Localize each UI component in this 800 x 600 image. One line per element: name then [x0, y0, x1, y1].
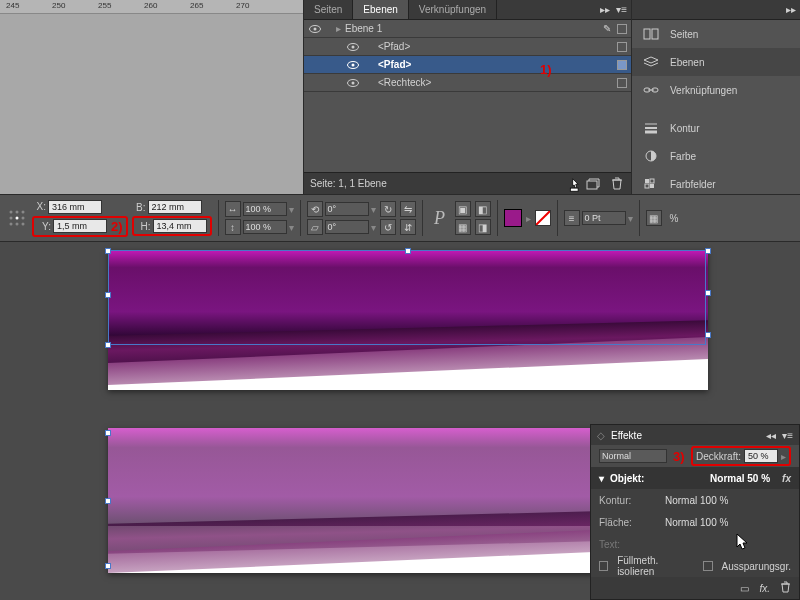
fx-button[interactable]: fx. [759, 583, 770, 594]
stroke-swatch[interactable] [535, 210, 551, 226]
tab-verknuepfungen[interactable]: Verknüpfungen [409, 0, 497, 19]
layer-item[interactable]: <Pfad> [304, 38, 631, 56]
menu-icon[interactable]: ▾≡ [616, 4, 627, 15]
new-sublayer-icon[interactable] [585, 176, 601, 192]
visibility-icon[interactable] [346, 58, 360, 72]
selection-handle[interactable] [705, 332, 711, 338]
layers-statusbar: Seite: 1, 1 Ebene [304, 172, 631, 194]
shear[interactable]: 0° [325, 220, 369, 234]
select-prev-icon[interactable]: ◧ [475, 201, 491, 217]
canvas[interactable]: ◇ Effekte ◂◂ ▾≡ Normal 3) Deckkraft: ▸ ▾… [0, 242, 800, 600]
fx-target-fill[interactable]: Fläche: [599, 517, 659, 528]
y-input[interactable] [53, 219, 107, 233]
selection-handle[interactable] [105, 292, 111, 298]
layer-item[interactable]: <Rechteck> [304, 74, 631, 92]
links-icon [642, 83, 660, 97]
tab-seiten[interactable]: Seiten [304, 0, 353, 19]
svg-point-24 [10, 211, 13, 214]
dock-seiten[interactable]: Seiten [632, 20, 800, 48]
w-input[interactable] [148, 200, 202, 214]
status-text: Seite: 1, 1 Ebene [310, 178, 387, 189]
fx-target-object[interactable]: Objekt: [610, 473, 644, 484]
selection-square[interactable] [617, 78, 627, 88]
x-input[interactable] [48, 200, 102, 214]
fill-menu-icon[interactable]: ▸ [526, 213, 531, 224]
rotate-cw-icon[interactable]: ↻ [380, 201, 396, 217]
document-preview: 245 250 255 260 265 270 [0, 0, 303, 194]
fill-swatch[interactable] [504, 209, 522, 227]
visibility-icon[interactable] [346, 40, 360, 54]
isolate-checkbox[interactable] [599, 561, 608, 571]
dock-kontur[interactable]: Kontur [632, 114, 800, 142]
selection-handle[interactable] [705, 248, 711, 254]
tab-ebenen[interactable]: Ebenen [353, 0, 408, 19]
menu-icon[interactable]: ▾≡ [782, 430, 793, 441]
scale-x[interactable]: 100 % [243, 202, 287, 216]
trash-icon[interactable] [609, 176, 625, 192]
blend-mode[interactable]: Normal [599, 449, 667, 463]
control-bar: X: Y: 2) B: H: ↔100 %▾ ↕100 %▾ ⟲0°▾ ▱0°▾… [0, 194, 800, 242]
stroke-icon [642, 121, 660, 135]
selection-handle[interactable] [405, 248, 411, 254]
svg-point-31 [16, 223, 19, 226]
visibility-icon[interactable] [308, 22, 322, 36]
h-input[interactable] [153, 219, 207, 233]
rotate-ccw-icon[interactable]: ↺ [380, 219, 396, 235]
collapse-icon[interactable]: ▸▸ [786, 4, 796, 15]
selection-square[interactable] [617, 60, 627, 70]
fx-indicator-icon: fx [782, 473, 791, 484]
selection-handle[interactable] [105, 430, 111, 436]
layer-top[interactable]: ▸ Ebene 1 ✎ [304, 20, 631, 38]
selection-square[interactable] [617, 42, 627, 52]
reference-point[interactable] [6, 200, 28, 236]
flip-v-icon[interactable]: ⇵ [400, 219, 416, 235]
layer-item-name: <Pfad> [374, 59, 617, 70]
stroke-weight[interactable]: 0 Pt [582, 211, 626, 225]
svg-point-3 [352, 45, 355, 48]
svg-rect-8 [587, 181, 597, 189]
svg-point-30 [10, 223, 13, 226]
selection-handle[interactable] [105, 248, 111, 254]
pen-icon: ✎ [603, 23, 617, 34]
paragraph-icon[interactable]: P [429, 204, 451, 232]
dock-verknuepfungen[interactable]: Verknüpfungen [632, 76, 800, 104]
select-container-icon[interactable]: ▣ [455, 201, 471, 217]
color-icon [642, 149, 660, 163]
knockout-checkbox[interactable] [703, 561, 712, 571]
clear-fx-icon[interactable]: ▭ [740, 583, 749, 594]
selection-square[interactable] [617, 24, 627, 34]
select-content-icon[interactable]: ▦ [455, 219, 471, 235]
pages-icon [642, 27, 660, 41]
dock-farbe[interactable]: Farbe [632, 142, 800, 170]
collapse-icon[interactable]: ▸▸ [600, 4, 610, 15]
swatches-icon [642, 177, 660, 191]
scale-y[interactable]: 100 % [243, 220, 287, 234]
flip-h-icon[interactable]: ⇋ [400, 201, 416, 217]
svg-point-27 [10, 217, 13, 220]
scale-y-icon: ↕ [225, 219, 241, 235]
rotation[interactable]: 0° [325, 202, 369, 216]
layer-item-selected[interactable]: <Pfad> [304, 56, 631, 74]
selection-handle[interactable] [105, 342, 111, 348]
opacity-input[interactable] [744, 449, 778, 463]
visibility-icon[interactable] [346, 76, 360, 90]
selection-handle[interactable] [705, 290, 711, 296]
dock-ebenen[interactable]: Ebenen [632, 48, 800, 76]
svg-line-33 [536, 211, 550, 225]
collapse-icon[interactable]: ◂◂ [766, 430, 776, 441]
svg-rect-21 [650, 179, 654, 183]
annotation-label-2: 2) [111, 219, 123, 234]
side-dock: ▸▸ Seiten Ebenen Verknüpfungen Kontur Fa… [631, 0, 800, 194]
effects-panel: ◇ Effekte ◂◂ ▾≡ Normal 3) Deckkraft: ▸ ▾… [590, 424, 800, 600]
annotation-label-3: 3) [673, 449, 685, 464]
fx-target-stroke[interactable]: Kontur: [599, 495, 659, 506]
selection-handle[interactable] [105, 563, 111, 569]
svg-point-29 [22, 217, 25, 220]
opacity-label: Deckkraft: [696, 451, 741, 462]
selection-handle[interactable] [105, 498, 111, 504]
select-next-icon[interactable]: ◨ [475, 219, 491, 235]
trash-icon[interactable] [780, 581, 791, 595]
effects-icon[interactable]: ▦ [646, 210, 662, 226]
layers-panel: Seiten Ebenen Verknüpfungen ▸▸ ▾≡ ▸ Eben… [303, 0, 631, 194]
svg-point-28 [16, 217, 19, 220]
